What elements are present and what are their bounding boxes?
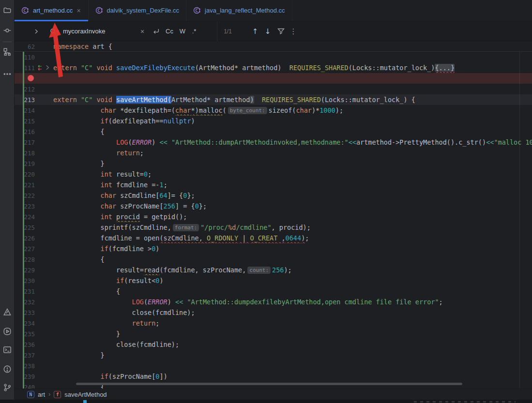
previous-occurrence-icon[interactable]: ↑ <box>250 21 260 41</box>
code-line[interactable]: 222 char szCmdline[64]= {0}; <box>15 190 532 201</box>
code-line[interactable]: 216 { <box>15 126 532 137</box>
horizontal-scrollbar[interactable] <box>76 383 462 385</box>
fold-collapsed-icon[interactable] <box>45 64 51 71</box>
line-number[interactable]: 110 <box>15 54 35 61</box>
code-text[interactable]: close(fcmdline); <box>53 339 532 350</box>
line-number[interactable]: 237 <box>15 352 35 359</box>
line-number[interactable]: 230 <box>15 277 35 284</box>
next-occurrence-icon[interactable]: ↓ <box>262 21 273 41</box>
code-line[interactable]: 228 { <box>15 254 532 265</box>
code-line[interactable]: 221 int fcmdline =-1; <box>15 179 532 190</box>
search-icon[interactable] <box>47 21 61 41</box>
line-number[interactable]: 111 <box>15 64 35 72</box>
code-line[interactable]: 223 char szProcName[256] = {0}; <box>15 201 532 211</box>
code-line[interactable]: 238 <box>15 360 532 371</box>
line-number[interactable]: 223 <box>15 203 35 210</box>
code-line[interactable]: 215 if(dexfilepath==nullptr) <box>15 116 532 126</box>
code-text[interactable]: if(szProcName[0]) <box>53 371 532 382</box>
line-number[interactable]: 216 <box>15 128 35 135</box>
expand-search-icon[interactable] <box>31 21 42 41</box>
line-number[interactable]: 217 <box>15 139 35 146</box>
line-number[interactable]: 227 <box>15 245 35 253</box>
build-icon[interactable] <box>2 307 13 317</box>
code-text[interactable]: { <box>53 254 532 265</box>
services-icon[interactable] <box>2 326 13 337</box>
code-line[interactable]: 212 <box>15 84 532 94</box>
code-editor[interactable]: 110111extern "C" void saveDexFilebyExecu… <box>15 52 532 388</box>
code-line[interactable]: 225 sprintf(szCmdline,format:"/proc/%d/c… <box>15 222 532 233</box>
filter-icon[interactable] <box>275 21 287 41</box>
words-toggle[interactable]: W <box>177 21 188 41</box>
match-case-toggle[interactable]: Cc <box>164 21 175 41</box>
breadcrumb-function[interactable]: saveArtMethod <box>64 391 106 398</box>
line-number[interactable]: 235 <box>15 330 35 338</box>
code-line[interactable]: 213extern "C" void saveArtMethod(ArtMeth… <box>15 94 532 105</box>
search-input[interactable]: mycoraxInvoke <box>63 21 136 41</box>
line-number[interactable]: 231 <box>15 288 35 295</box>
code-line[interactable]: 237 } <box>15 350 532 360</box>
code-line[interactable]: 227 if(fcmdline >0) <box>15 243 532 254</box>
line-number[interactable]: 238 <box>15 362 35 370</box>
line-number[interactable]: 228 <box>15 256 35 263</box>
code-text[interactable]: if(dexfilepath==nullptr) <box>53 116 532 126</box>
code-line[interactable]: 226 fcmdline = open(szCmdline, O_RDONLY … <box>15 233 532 243</box>
more-options-icon[interactable]: ⋮ <box>289 21 298 41</box>
line-number[interactable]: 214 <box>15 107 35 114</box>
code-line[interactable] <box>15 73 532 84</box>
code-text[interactable]: if(fcmdline >0) <box>53 243 532 254</box>
code-text[interactable]: { <box>53 126 532 137</box>
code-line[interactable]: 239 if(szProcName[0]) <box>15 371 532 382</box>
code-line[interactable]: 219 } <box>15 158 532 169</box>
line-number[interactable]: 224 <box>15 213 35 221</box>
code-text[interactable]: } <box>53 350 532 360</box>
code-line[interactable]: 234 return; <box>15 318 532 328</box>
code-text[interactable]: extern "C" void saveArtMethod(ArtMethod*… <box>53 94 532 105</box>
code-line[interactable]: 233 close(fcmdline); <box>15 307 532 318</box>
code-text[interactable]: char *dexfilepath=(char*)malloc(byte_cou… <box>53 105 532 116</box>
newline-icon[interactable] <box>150 21 162 41</box>
line-number[interactable]: 222 <box>15 192 35 199</box>
git-icon[interactable] <box>2 382 13 393</box>
jump-arrows-icon[interactable] <box>36 64 43 71</box>
terminal-icon[interactable] <box>2 344 13 355</box>
line-number[interactable]: 236 <box>15 341 35 348</box>
breadcrumb-namespace[interactable]: art <box>38 391 45 398</box>
regex-toggle[interactable]: .* <box>189 21 199 41</box>
code-text[interactable]: namespace art { <box>53 41 532 52</box>
code-text[interactable]: sprintf(szCmdline,format:"/proc/%d/cmdli… <box>53 222 532 233</box>
code-text[interactable]: LOG(ERROR) << "ArtMethod::dumpArtMethodi… <box>53 137 532 148</box>
code-line[interactable]: 229 result=read(fcmdline, szProcName,cou… <box>15 265 532 275</box>
code-line[interactable]: 224 int procid = getpid(); <box>15 211 532 222</box>
code-text[interactable]: int result=0; <box>53 169 532 179</box>
code-line[interactable]: 230 if(result<0) <box>15 275 532 286</box>
code-line[interactable]: 110 <box>15 52 532 62</box>
code-text[interactable]: char szCmdline[64]= {0}; <box>53 190 532 201</box>
more-tool-windows-icon[interactable] <box>2 69 13 79</box>
line-number[interactable]: 229 <box>15 267 35 274</box>
tab-dalvik-system-dexfile[interactable]: C dalvik_system_DexFile.cc <box>89 0 187 21</box>
line-number[interactable]: 213 <box>15 96 35 104</box>
line-number[interactable]: 232 <box>15 299 35 306</box>
code-text[interactable]: { <box>53 286 532 297</box>
code-text[interactable]: if(result<0) <box>53 275 532 286</box>
code-text[interactable]: return; <box>53 318 532 328</box>
code-text[interactable]: int fcmdline =-1; <box>53 179 532 190</box>
code-text[interactable]: } <box>53 328 532 339</box>
line-number[interactable]: 233 <box>15 309 35 316</box>
code-line[interactable]: 232 LOG(ERROR) << "ArtMethod::dumpdexfil… <box>15 297 532 307</box>
project-folder-icon[interactable] <box>2 5 13 15</box>
line-number[interactable]: 220 <box>15 171 35 178</box>
code-line[interactable]: 217 LOG(ERROR) << "ArtMethod::dumpArtMet… <box>15 137 532 148</box>
code-line[interactable]: 220 int result=0; <box>15 169 532 179</box>
code-text[interactable]: LOG(ERROR) << "ArtMethod::dumpdexfilebyA… <box>53 297 532 307</box>
code-line[interactable]: 62namespace art { <box>15 41 532 52</box>
code-text[interactable]: return; <box>53 148 532 158</box>
line-number[interactable]: 234 <box>15 320 35 327</box>
line-number[interactable]: 240 <box>15 384 35 389</box>
code-line[interactable]: 231 { <box>15 286 532 297</box>
tab-close-icon[interactable]: × <box>76 7 81 14</box>
line-number[interactable]: 212 <box>15 86 35 93</box>
line-number[interactable]: 218 <box>15 149 35 157</box>
line-number[interactable]: 221 <box>15 181 35 189</box>
code-text[interactable]: } <box>53 158 532 169</box>
